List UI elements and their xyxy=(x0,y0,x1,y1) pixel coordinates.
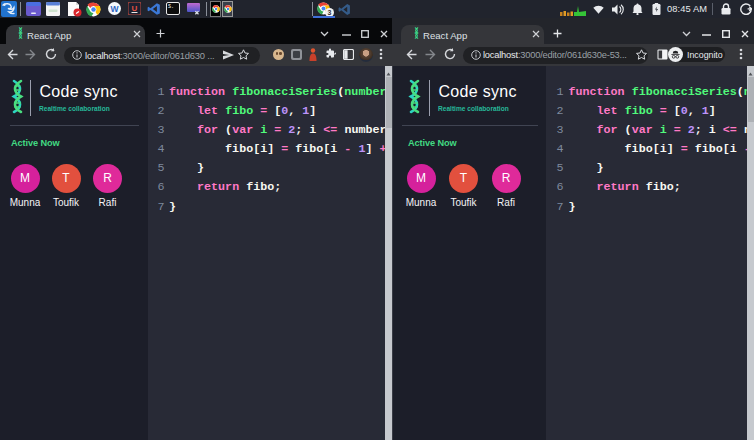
svg-text:U: U xyxy=(132,4,138,13)
svg-text:S.: S. xyxy=(168,4,174,10)
svg-text:W: W xyxy=(110,4,119,14)
